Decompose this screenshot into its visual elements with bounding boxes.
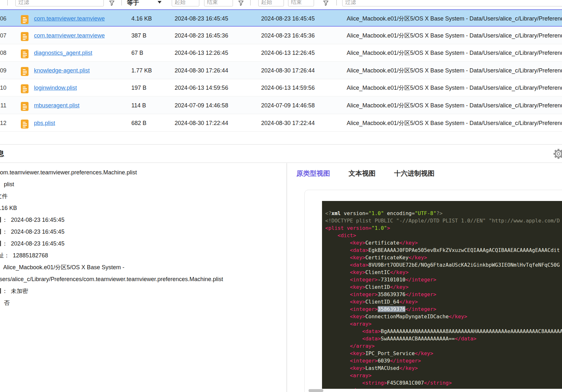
file-name-link[interactable]: knowledge-agent.plist — [34, 62, 90, 79]
name-filter-input[interactable] — [15, 0, 104, 6]
start-time-input-2[interactable] — [258, 0, 284, 6]
code-token: ClientID_64 — [365, 299, 399, 305]
table-row[interactable]: 10loginwindow.plist197 B2024-06-13 14:59… — [0, 79, 562, 96]
code-token: </key> — [409, 254, 427, 261]
code-token: 6039 — [378, 358, 390, 364]
code-line: </array> — [325, 342, 562, 350]
code-token: <key> — [350, 299, 365, 305]
code-token: EgkBEAAAAJ0FDPAe505evBxFkZVxuzwCEQIAAAgA… — [368, 247, 560, 253]
code-token: <? — [325, 210, 331, 216]
table-row[interactable]: 07com.teamviewer.teamviewe387 B2024-08-2… — [0, 27, 562, 44]
plist-code-viewer: <?xml version="1.0" encoding="UTF-8"?><!… — [322, 201, 562, 389]
file-size: 682 B — [131, 114, 146, 132]
funnel-icon[interactable] — [323, 0, 329, 6]
code-line: <integer>-73101010</integer> — [325, 276, 562, 283]
table-row[interactable]: 08diagnostics_agent.plist67 B2024-06-13 … — [0, 44, 562, 62]
clipped-char-sliver — [0, 229, 1, 234]
clipped-char-sliver — [0, 241, 1, 246]
row-number: 09 — [0, 62, 6, 79]
plist-file-icon — [21, 14, 29, 23]
row-number: 12 — [0, 114, 6, 132]
code-token: IPC_Port_Service — [365, 350, 415, 356]
code-token: <integer> — [350, 306, 378, 312]
code-token: </string> — [424, 380, 452, 386]
row-number: 08 — [0, 44, 6, 62]
start-time: 2024-07-09 14:46:58 — [175, 97, 228, 114]
code-token: <key> — [350, 284, 365, 290]
tab-view[interactable]: 文本视图 — [349, 169, 376, 178]
horizontal-scrollbar-thumb[interactable] — [309, 389, 323, 392]
code-token: BgAAAAAAAAANAAAAAAAAA8AAAAAAAAHAAAAAAAAA… — [381, 328, 562, 334]
end-time-input-2[interactable] — [288, 0, 314, 6]
code-token: </key> — [399, 299, 418, 305]
info-line-text: Alice_Macbook.e01/分区5/OS X Base System - — [3, 264, 124, 271]
code-token: <array> — [350, 372, 371, 379]
code-token: SwAAAAAAAACBAAAAAAAAAA== — [381, 336, 455, 342]
clipped-char-sliver — [0, 288, 1, 294]
file-name-link[interactable]: com.teamviewer.teamviewe — [34, 27, 105, 44]
info-line: ： 2024-08-23 16:45:45 — [0, 226, 64, 238]
row-number: 06 — [0, 10, 6, 27]
info-line: ： 2024-08-23 16:45:45 — [0, 214, 64, 226]
funnel-icon[interactable] — [109, 0, 115, 6]
table-row[interactable]: 11mbuseragent.plist114 B2024-07-09 14:46… — [0, 97, 562, 114]
code-token: </data> — [455, 336, 476, 342]
file-name-link[interactable]: pbs.plist — [34, 114, 55, 132]
end-time-input-1[interactable] — [204, 0, 233, 6]
path-filter-input[interactable] — [342, 0, 562, 6]
code-token: </array> — [350, 387, 375, 389]
file-name-link[interactable]: com.teamviewer.teamviewe — [34, 10, 105, 27]
code-token: </integer> — [405, 277, 436, 283]
file-size: 1.77 KB — [131, 62, 152, 79]
code-token: ?> — [436, 210, 442, 216]
filter-separator — [250, 0, 251, 5]
code-line: <key>Certificate</key> — [325, 239, 562, 246]
code-token: <integer> — [350, 277, 378, 283]
plist-file-icon — [21, 48, 29, 58]
end-time: 2024-08-30 17:22:44 — [261, 114, 315, 132]
file-name-link[interactable]: diagnostics_agent.plist — [34, 44, 92, 62]
plist-file-icon — [21, 101, 29, 110]
start-time-input-1[interactable] — [172, 0, 199, 6]
info-line: sers/alice_c/Library/Preferences/com.tea… — [0, 273, 223, 285]
file-path: Alice_Macbook.e01/分区5/OS X Base System -… — [347, 97, 562, 114]
table-row[interactable]: 06com.teamviewer.teamviewe4.16 KB2024-08… — [0, 9, 562, 27]
code-line: <array> — [325, 372, 562, 379]
file-path: Alice_Macbook.e01/分区5/OS X Base System -… — [347, 27, 562, 44]
code-token: </integer> — [390, 358, 421, 364]
info-line-text: ： 2024-08-23 16:45:45 — [2, 217, 64, 223]
code-token: <data> — [362, 328, 381, 334]
code-token: </key> — [415, 350, 433, 356]
panel-title-fragment: 息 — [0, 149, 4, 158]
code-token: <key> — [350, 254, 365, 261]
file-name-link[interactable]: mbuseragent.plist — [34, 97, 79, 114]
code-token: LastMACUsed — [365, 365, 399, 371]
start-time: 2024-06-13 12:26:45 — [175, 44, 228, 62]
table-row[interactable]: 12pbs.plist682 B2024-08-30 17:22:442024-… — [0, 114, 562, 132]
tab-active-view[interactable]: 原类型视图 — [296, 169, 330, 178]
table-row[interactable]: 09knowledge-agent.plist1.77 KB2024-08-30… — [0, 62, 562, 79]
size-operator-dropdown[interactable]: 等于 — [127, 0, 139, 7]
gear-icon[interactable] — [553, 148, 562, 159]
code-token: </key> — [390, 284, 409, 290]
code-token: <key> — [350, 365, 365, 371]
code-token: 8VU9Brt7ODUE72bE/NOg6FtazAaUScKA2iGinkbp… — [368, 262, 560, 268]
info-line-text: ： 2024-08-23 16:45:45 — [2, 240, 64, 247]
file-name-link[interactable]: loginwindow.plist — [34, 79, 77, 96]
start-time: 2024-08-30 17:22:44 — [175, 114, 228, 132]
tab-view[interactable]: 十六进制视图 — [394, 169, 434, 178]
start-time: 2024-06-13 14:59:56 — [175, 79, 228, 96]
end-time: 2024-08-23 16:45:36 — [261, 27, 315, 44]
code-line: <integer>358639376</integer> — [325, 291, 562, 298]
code-token: "UTF-8" — [415, 210, 436, 216]
code-line: <integer>6039</integer> — [325, 357, 562, 364]
code-line: <data>EgkBEAAAAJ0FDPAe505evBxFkZVxuzwCEQ… — [325, 246, 562, 254]
filter-separator — [336, 0, 337, 5]
chevron-down-icon[interactable] — [158, 1, 161, 4]
code-token: encoding= — [384, 210, 415, 216]
code-token: <key> — [350, 269, 365, 275]
info-line: 址： 12885182768 — [0, 250, 48, 262]
code-line: <key>IPC_Port_Service</key> — [325, 350, 562, 357]
funnel-icon[interactable] — [238, 0, 244, 6]
filter-bar: 等于 — [0, 0, 562, 9]
